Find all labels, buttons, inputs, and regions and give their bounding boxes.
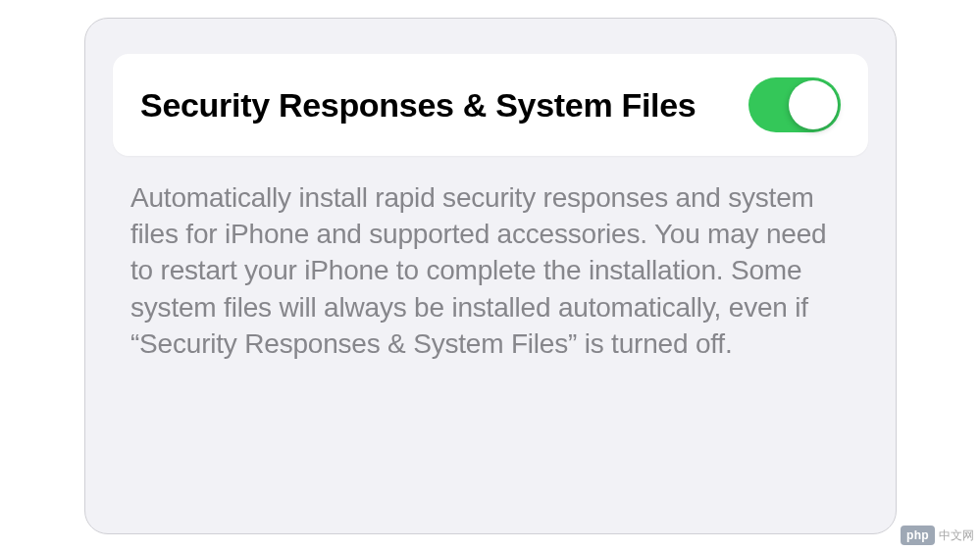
toggle-knob bbox=[789, 80, 838, 129]
security-responses-toggle[interactable] bbox=[748, 77, 841, 132]
watermark: php 中文网 bbox=[901, 526, 974, 545]
security-responses-row: Security Responses & System Files bbox=[113, 54, 868, 156]
settings-panel: Security Responses & System Files Automa… bbox=[84, 18, 897, 534]
watermark-text: 中文网 bbox=[939, 527, 974, 544]
watermark-badge: php bbox=[901, 526, 935, 545]
setting-title: Security Responses & System Files bbox=[140, 84, 696, 126]
setting-description: Automatically install rapid security res… bbox=[113, 156, 868, 362]
